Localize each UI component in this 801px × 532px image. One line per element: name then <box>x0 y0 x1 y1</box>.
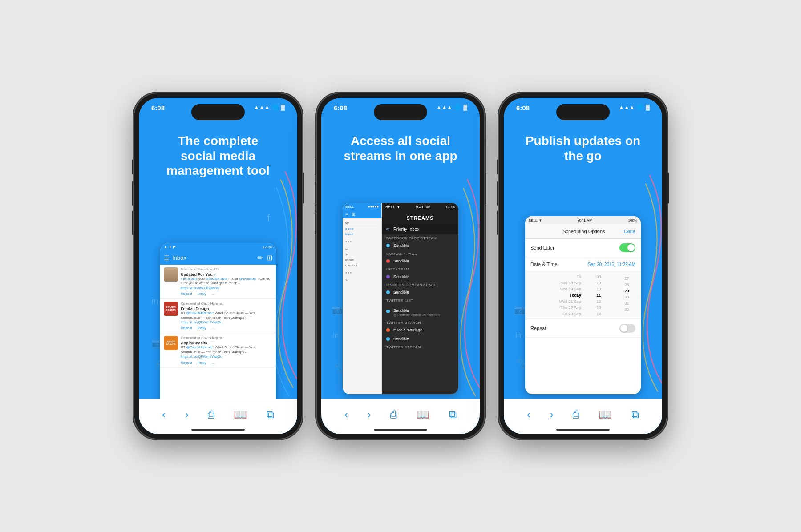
scheduling-header: Scheduling Options Done <box>525 224 641 239</box>
tweet-3: APPITYSNACKS Comment of GavinHammar Appi… <box>160 333 276 367</box>
nav-forward-1[interactable]: › <box>185 408 189 421</box>
stream-name-twitterlist: Sendible <box>393 308 409 313</box>
status-time-3: 6:08 <box>516 104 530 112</box>
home-indicator-2 <box>374 429 427 431</box>
grid-icon-streams[interactable]: ⊞ <box>352 212 355 217</box>
stream-item-instagram-sendible[interactable]: Sendible <box>382 272 458 281</box>
more-btn-2[interactable]: ... <box>212 326 215 330</box>
stream-name-google: Sendible <box>393 259 409 263</box>
home-indicator-1 <box>191 429 245 431</box>
phone-frame-3: 6:08 ▲▲▲ 🌐 ▓ Publish updates on the go f <box>498 93 668 439</box>
streams-right-panel: BELL ▼ 9:41 AM 100% STREAMS ✉ <box>382 203 458 394</box>
date-time-value[interactable]: Sep 20, 2016, 11:29 AM <box>588 262 635 267</box>
headline-2: Access all social streams in one app <box>330 125 470 168</box>
nav-back-3[interactable]: ‹ <box>527 408 530 421</box>
reply-btn-3[interactable]: Reply <box>197 361 206 365</box>
repost-btn-3[interactable]: Repost <box>181 361 192 365</box>
streams-sections: FACEBOOK PAGE STREAM Sendible GOOGLE+ PA… <box>382 234 458 394</box>
send-later-toggle[interactable] <box>619 243 635 252</box>
headline-3-line1: Publish updates on <box>526 134 640 148</box>
battery-icon-2: ▓ <box>463 104 467 110</box>
headline-1-line2: social media <box>181 149 255 163</box>
streams-title: STREAMS <box>407 215 434 221</box>
streams-carrier: BELL <box>345 205 354 209</box>
tweet-actions-1: Repost Reply ... <box>181 292 272 296</box>
battery-icon-1: ▓ <box>281 104 285 110</box>
repost-btn-1[interactable]: Repost <box>181 292 192 296</box>
more-btn-1[interactable]: ... <box>212 292 215 296</box>
signal-icon-2: ▲▲▲ <box>437 104 453 110</box>
nav-forward-2[interactable]: › <box>368 408 371 421</box>
scheduling-done-btn[interactable]: Done <box>624 229 635 234</box>
edit-icon-streams[interactable]: ✏ <box>345 212 349 217</box>
headline-2-line1: Access all social <box>351 134 450 148</box>
stream-name-facebook: Sendible <box>393 243 409 248</box>
tweet-1: Mention of Sendible 12h Updated For You … <box>160 265 276 299</box>
svg-text:in: in <box>151 296 158 306</box>
nav-bookmarks-3[interactable]: 📖 <box>599 408 612 421</box>
stream-dot-instagram <box>386 275 390 278</box>
nav-back-1[interactable]: ‹ <box>162 408 166 421</box>
tweet-name-3: AppitySnacks <box>181 341 207 345</box>
stream-dot-linkedin <box>386 290 390 294</box>
nav-bookmarks-1[interactable]: 📖 <box>234 408 247 421</box>
nav-bookmarks-2[interactable]: 📖 <box>416 408 429 421</box>
phone-screen-1: 6:08 ▲▲▲ 🌐 ▓ The complete social media m… <box>139 98 297 434</box>
phone-screen-3: 6:08 ▲▲▲ 🌐 ▓ Publish updates on the go f <box>504 98 662 434</box>
nav-share-1[interactable]: ⎙ <box>208 408 214 421</box>
tweet-text-3: RT @GavinHammar: What SoundCloud — Yes, … <box>181 345 272 359</box>
phone-content-2: Access all social streams in one app f 🐦… <box>321 125 480 434</box>
stream-item-twittersearch-social[interactable]: #Socialmarriage <box>382 326 458 335</box>
status-icons-3: ▲▲▲ 🌐 ▓ <box>619 104 650 110</box>
nav-share-3[interactable]: ⎙ <box>573 408 579 421</box>
date-picker-rows: Fri Sun 18 Sep Mon 19 Sep Today Wed 21 S… <box>525 272 641 319</box>
reply-btn-2[interactable]: Reply <box>197 326 206 330</box>
hour-column: 09 10 10 11 12 13 14 <box>585 274 613 317</box>
dynamic-island-1 <box>191 104 245 120</box>
phone-content-3: Publish updates on the go f 🐦 📷 in <box>504 125 662 434</box>
wifi-icon-1: 🌐 <box>272 104 279 110</box>
stream-sub-twitterlist: @Sendible/Sendible-Partnerships <box>393 314 440 317</box>
wifi-icon-3: 🌐 <box>637 104 643 110</box>
phone-screen-2: 6:08 ▲▲▲ 🌐 ▓ Access all social streams i… <box>321 98 480 434</box>
svg-text:📷: 📷 <box>514 304 526 315</box>
compose-icon[interactable]: ✏ <box>257 254 263 262</box>
stream-item-facebook-sendible[interactable]: Sendible <box>382 241 458 250</box>
repost-btn-2[interactable]: Repost <box>181 326 192 330</box>
stream-item-twittersearch-sendible[interactable]: Sendible <box>382 335 458 343</box>
tweet-name-2: FenikssDesign <box>181 306 209 311</box>
nav-back-2[interactable]: ‹ <box>344 408 348 421</box>
dynamic-island-2 <box>374 104 427 120</box>
battery-icon-3: ▓ <box>646 104 650 110</box>
scheduling-ios-time: 9:41 AM <box>578 218 593 222</box>
stream-item-linkedin-sendible[interactable]: Sendible <box>382 288 458 297</box>
nav-forward-3[interactable]: › <box>550 408 554 421</box>
tweet-actions-2: Repost Reply ... <box>181 326 272 330</box>
layers-icon[interactable]: ⊞ <box>267 254 272 262</box>
section-header-twitterstream: TWITTER STREAM <box>382 343 458 350</box>
repeat-row: Repeat <box>525 319 641 338</box>
tweet-actions-3: Repost Reply ... <box>181 361 272 365</box>
inbox-title: Inbox <box>172 254 186 261</box>
priority-inbox[interactable]: ✉ Priority Inbox <box>382 224 458 234</box>
nav-share-2[interactable]: ⎙ <box>390 408 396 421</box>
nav-tabs-2[interactable]: ⧉ <box>449 408 457 421</box>
stream-dot-google <box>386 259 390 263</box>
stream-item-twitterlist-sendible[interactable]: Sendible @Sendible/Sendible-Partnerships <box>382 303 458 319</box>
headline-2-line2: streams in one app <box>344 149 457 163</box>
nav-tabs-1[interactable]: ⧉ <box>267 408 274 421</box>
streams-ios-time-left: ●●●●● <box>368 205 379 209</box>
headline-3-line2: the go <box>564 149 602 163</box>
phone-frame-1: 6:08 ▲▲▲ 🌐 ▓ The complete social media m… <box>134 93 303 439</box>
reply-btn-1[interactable]: Reply <box>197 292 206 296</box>
stream-name-social: #Socialmarriage <box>393 328 422 332</box>
section-header-google: GOOGLE+ PAGE <box>382 250 458 257</box>
nav-tabs-3[interactable]: ⧉ <box>631 408 639 421</box>
status-icons-2: ▲▲▲ 🌐 ▓ <box>437 104 467 110</box>
stream-item-google-sendible[interactable]: Sendible <box>382 257 458 266</box>
more-btn-3[interactable]: ... <box>212 361 215 365</box>
home-indicator-3 <box>556 429 610 431</box>
tweet-name-1: Updated For You <box>181 272 213 277</box>
android-wifi-icons: ▲⬆◤ <box>164 245 176 249</box>
repeat-toggle[interactable] <box>619 324 635 333</box>
